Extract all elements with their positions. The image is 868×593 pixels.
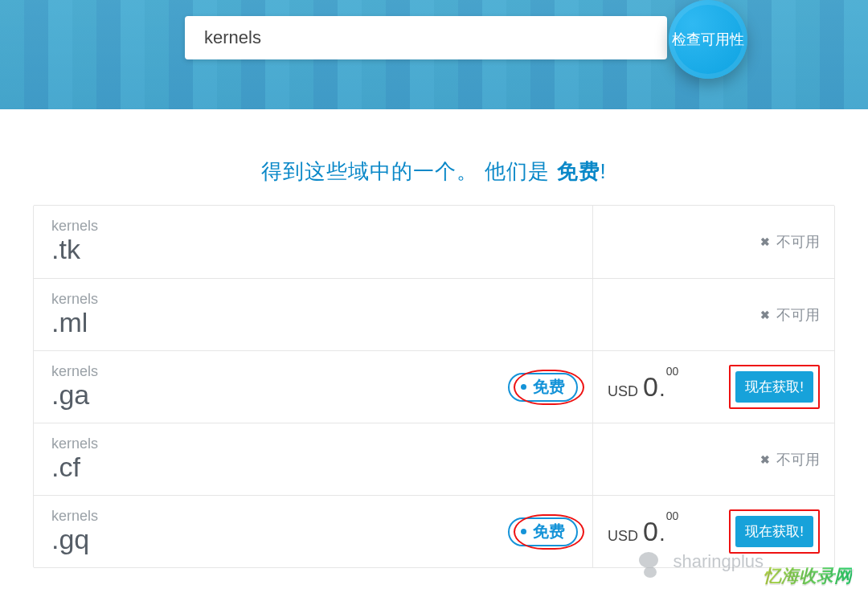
search-container: 检查可用性 — [185, 16, 731, 69]
chat-bubble-icon — [644, 566, 657, 578]
chat-bubble-icon — [639, 552, 658, 568]
domain-tld: .cf — [51, 452, 575, 482]
currency-label: USD — [608, 383, 638, 400]
price-display: USD 0.00 — [608, 373, 678, 402]
price-int: 0 — [643, 371, 658, 402]
free-badge: 免费 — [508, 517, 578, 546]
price-cents: 00 — [666, 509, 679, 522]
unavailable-label: ✖ 不可用 — [760, 305, 820, 325]
domain-tld: .ml — [51, 308, 575, 337]
wechat-name: sharingplus — [673, 551, 764, 572]
domain-cell: kernels .ml — [34, 279, 592, 350]
promo-suffix: ! — [600, 159, 607, 183]
unavailable-label: ✖ 不可用 — [760, 450, 820, 469]
domain-base: kernels — [51, 436, 575, 451]
currency-label: USD — [608, 528, 638, 545]
domain-tld: .ga — [51, 380, 575, 410]
table-row: kernels .cf ✖ 不可用 — [34, 423, 834, 495]
x-icon: ✖ — [760, 309, 770, 321]
status-cell: USD 0.00 现在获取! — [592, 351, 834, 423]
domain-base: kernels — [51, 219, 575, 233]
domain-cell: kernels .tk — [34, 206, 592, 278]
price-cents: 00 — [666, 365, 679, 378]
promo-bold: 免费 — [557, 159, 600, 183]
status-cell: ✖ 不可用 — [592, 279, 834, 350]
check-availability-button[interactable]: 检查可用性 — [669, 0, 747, 79]
status-cell: ✖ 不可用 — [592, 423, 834, 495]
domain-cell: kernels .gq 免费 — [34, 496, 592, 567]
x-icon: ✖ — [760, 235, 770, 248]
domain-base: kernels — [51, 364, 575, 378]
annotation-box: 现在获取! — [729, 365, 820, 409]
free-badge: 免费 — [508, 373, 578, 402]
dot-icon — [521, 384, 526, 390]
x-icon: ✖ — [760, 453, 770, 466]
brand-watermark: 忆海收录网 — [764, 564, 852, 588]
dot-icon — [521, 529, 526, 534]
domain-search-input[interactable] — [185, 16, 667, 59]
price-int: 0 — [643, 516, 658, 546]
unavailable-label: ✖ 不可用 — [760, 232, 820, 252]
domain-base: kernels — [51, 509, 575, 523]
promo-prefix: 得到这些域中的一个。 他们是 — [261, 159, 556, 183]
promo-heading: 得到这些域中的一个。 他们是 免费! — [0, 157, 868, 186]
status-cell: ✖ 不可用 — [592, 206, 834, 278]
domain-base: kernels — [51, 292, 575, 306]
results-table: kernels .tk ✖ 不可用 kernels .ml ✖ 不可用 kern… — [33, 205, 835, 568]
domain-tld: .gq — [51, 525, 575, 554]
annotation-box: 现在获取! — [729, 509, 820, 554]
check-availability-label: 检查可用性 — [672, 30, 744, 49]
table-row: kernels .tk ✖ 不可用 — [34, 206, 834, 278]
header-banner: 检查可用性 — [0, 0, 868, 109]
domain-tld: .tk — [51, 235, 575, 264]
table-row: kernels .ga 免费 USD 0.00 现在获取! — [34, 350, 834, 423]
domain-cell: kernels .ga 免费 — [34, 351, 592, 423]
price-display: USD 0.00 — [608, 517, 678, 546]
domain-cell: kernels .cf — [34, 423, 592, 495]
wechat-watermark: sharingplus — [639, 551, 764, 572]
table-row: kernels .ml ✖ 不可用 — [34, 278, 834, 350]
get-now-button[interactable]: 现在获取! — [735, 516, 813, 547]
get-now-button[interactable]: 现在获取! — [735, 371, 813, 403]
